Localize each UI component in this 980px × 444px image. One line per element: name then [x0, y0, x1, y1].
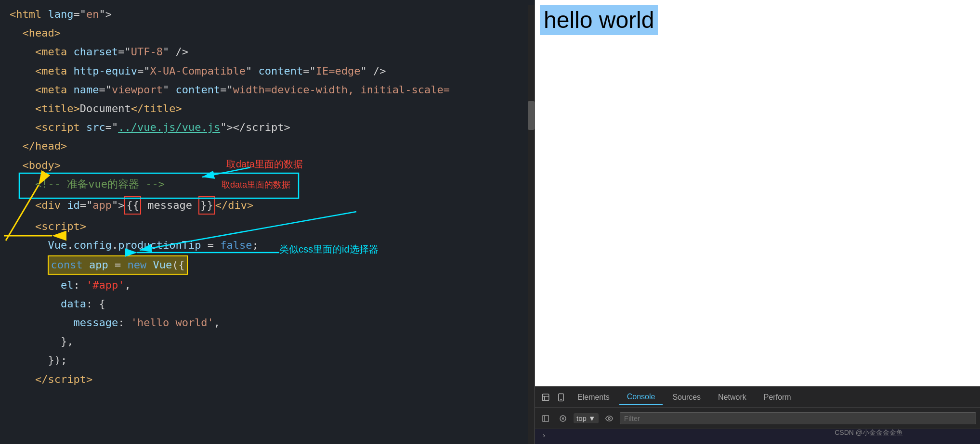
devtools-tab-elements[interactable]: Elements	[570, 390, 617, 405]
svg-point-16	[608, 418, 610, 419]
code-line-15: el: '#app',	[0, 276, 535, 294]
code-line-9: <body>	[0, 156, 535, 175]
code-scrollbar[interactable]	[528, 5, 535, 444]
code-line-8: </head>	[0, 137, 535, 155]
csdn-watermark: CSDN @小金金金金鱼	[835, 429, 903, 437]
code-line-1: <html lang="en">	[0, 5, 535, 24]
svg-rect-14	[543, 416, 549, 421]
code-line-11: 取data里面的数据 <div id="app">{{ message }}</…	[0, 195, 535, 216]
code-line-7: <script src="../vue.js/vue.js"></script>	[0, 118, 535, 137]
annotation-take-data: 取data里面的数据	[222, 178, 290, 192]
devtools-toolbar-row: top ▼	[535, 408, 980, 429]
code-line-12: <script>	[0, 217, 535, 236]
browser-preview-area: hello world	[535, 0, 980, 386]
code-line-16: data: {	[0, 294, 535, 313]
code-editor-panel: <html lang="en"> <head> <meta charset="U…	[0, 0, 535, 444]
devtools-bar: Elements Console Sources Network Perform	[535, 386, 980, 444]
devtools-tab-network[interactable]: Network	[710, 390, 754, 405]
code-scrollbar-thumb[interactable]	[528, 101, 535, 130]
console-prompt: ›	[543, 431, 545, 439]
devtools-sidebar-icon[interactable]	[539, 412, 552, 425]
code-line-17: message: 'hello world',	[0, 313, 535, 332]
code-line-2: <head>	[0, 24, 535, 42]
devtools-clear-icon[interactable]	[556, 412, 570, 425]
chevron-down-icon: ▼	[588, 414, 596, 422]
console-output-area: ›	[535, 429, 980, 441]
code-line-5: <meta name="viewport" content="width=dev…	[0, 80, 535, 99]
devtools-tabs-row: Elements Console Sources Network Perform	[535, 387, 980, 408]
svg-rect-11	[542, 394, 549, 401]
top-context-selector[interactable]: top ▼	[574, 413, 599, 423]
code-line-18: },	[0, 332, 535, 351]
hello-world-display: hello world	[540, 5, 658, 35]
tag-open: <html	[10, 6, 48, 23]
code-line-4: <meta http-equiv="X-UA-Compatible" conte…	[0, 62, 535, 80]
code-line-19: });	[0, 351, 535, 369]
devtools-tab-perform[interactable]: Perform	[756, 390, 799, 405]
browser-panel: hello world Elements Console Source	[535, 0, 980, 444]
svg-point-13	[561, 399, 562, 400]
code-line-3: <meta charset="UTF-8" />	[0, 42, 535, 61]
devtools-inspect-icon[interactable]	[539, 391, 552, 404]
top-label: top	[576, 414, 587, 422]
console-filter-input[interactable]	[620, 412, 976, 424]
code-line-20: </script>	[0, 370, 535, 389]
code-line-6: <title>Document</title>	[0, 99, 535, 118]
devtools-eye-icon[interactable]	[602, 412, 616, 425]
code-line-13: Vue.config.productionTip = false;	[0, 236, 535, 254]
code-line-14: const app = new Vue({	[0, 254, 535, 275]
devtools-tab-sources[interactable]: Sources	[665, 390, 708, 405]
devtools-device-icon[interactable]	[554, 391, 568, 404]
devtools-tab-console[interactable]: Console	[619, 390, 663, 405]
